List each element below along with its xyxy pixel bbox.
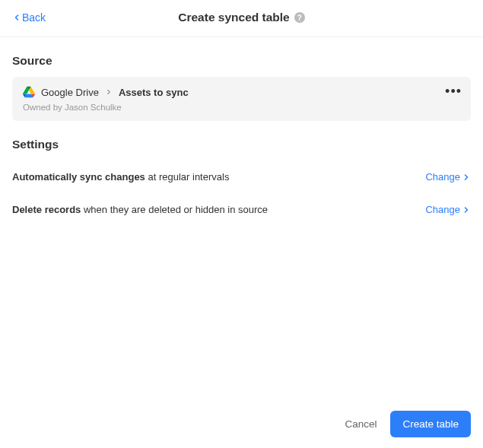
chevron-left-icon — [12, 13, 21, 22]
create-table-button[interactable]: Create table — [390, 411, 471, 437]
setting-delete-text: Delete records when they are deleted or … — [12, 204, 268, 215]
source-service: Google Drive — [41, 87, 99, 98]
google-drive-icon — [23, 86, 35, 98]
source-owner: Owned by Jason Schulke — [23, 103, 460, 112]
chevron-right-icon — [462, 173, 471, 182]
setting-sync-rest: at regular intervals — [145, 171, 230, 183]
back-label: Back — [22, 11, 46, 24]
change-delete-button[interactable]: Change — [425, 204, 471, 215]
change-delete-label: Change — [425, 204, 460, 215]
source-card: Google Drive Assets to sync Owned by Jas… — [12, 77, 471, 121]
back-button[interactable]: Back — [12, 11, 46, 24]
help-icon[interactable]: ? — [294, 12, 305, 23]
change-sync-button[interactable]: Change — [425, 171, 471, 183]
change-sync-label: Change — [425, 171, 460, 183]
more-icon[interactable]: ••• — [445, 84, 462, 98]
settings-heading: Settings — [12, 138, 471, 151]
source-breadcrumb: Google Drive Assets to sync — [23, 86, 460, 98]
chevron-right-icon — [105, 88, 113, 96]
setting-delete-rest: when they are deleted or hidden in sourc… — [81, 204, 268, 215]
setting-delete-bold: Delete records — [12, 204, 81, 215]
dialog-header: Back Create synced table ? — [0, 0, 483, 37]
title-wrap: Create synced table ? — [178, 11, 304, 24]
setting-delete: Delete records when they are deleted or … — [12, 193, 471, 226]
chevron-right-icon — [462, 205, 471, 214]
cancel-button[interactable]: Cancel — [345, 418, 377, 430]
setting-sync-bold: Automatically sync changes — [12, 171, 145, 183]
page-title: Create synced table — [178, 11, 289, 24]
setting-sync: Automatically sync changes at regular in… — [12, 160, 471, 193]
dialog-content: Source Google Drive Assets to sync Owned… — [0, 54, 483, 226]
source-heading: Source — [12, 54, 471, 68]
source-folder: Assets to sync — [119, 87, 189, 98]
dialog-footer: Cancel Create table — [345, 411, 471, 437]
setting-sync-text: Automatically sync changes at regular in… — [12, 171, 229, 183]
